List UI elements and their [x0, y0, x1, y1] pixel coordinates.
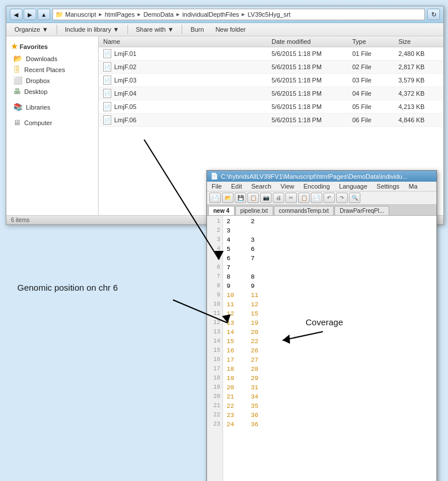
np-data-row: 99	[227, 281, 433, 291]
np-tab-2[interactable]: commandsTemp.txt	[274, 206, 334, 215]
coverage-label: Coverage	[306, 317, 343, 327]
address-bar[interactable]: 📁 Manuscript ► htmlPages ► DemoData ► in…	[52, 9, 425, 20]
title-bar: ◀ ▶ ▲ 📁 Manuscript ► htmlPages ► DemoDat…	[6, 6, 443, 23]
np-find-btn[interactable]: 🔍	[349, 193, 360, 203]
np-redo-btn[interactable]: ↷	[336, 193, 348, 203]
np-data-row: 3	[227, 226, 433, 235]
sidebar-item-computer[interactable]: 🖥 Computer	[9, 117, 96, 128]
np-data-row: 67	[227, 254, 433, 263]
back-button[interactable]: ◀	[10, 9, 22, 20]
column-date[interactable]: Date modified	[272, 38, 352, 45]
np-menu-item-search[interactable]: Search	[247, 182, 276, 191]
include-library-button[interactable]: Include in library ▼	[61, 25, 124, 34]
new-folder-button[interactable]: New folder	[211, 25, 251, 34]
sidebar-item-recent-places[interactable]: 🗄 Recent Places	[9, 64, 96, 75]
np-save-btn[interactable]: 💾	[235, 193, 246, 203]
np-new-btn[interactable]: 📄	[209, 193, 221, 203]
np-print-btn[interactable]: 🖨	[273, 193, 284, 203]
file-type: 05 File	[352, 103, 398, 110]
organize-button[interactable]: Organize ▼	[10, 25, 53, 34]
toolbar-separator-2	[127, 25, 128, 34]
np-text-area[interactable]: 2234356677889910111112121513191420152216…	[223, 216, 436, 481]
coverage-value: 20	[251, 328, 268, 337]
np-tab-1[interactable]: pipeline.txt	[235, 206, 273, 215]
position-value: 6	[227, 254, 244, 263]
np-data-row: 2134	[227, 392, 433, 401]
coverage-value: 35	[251, 401, 268, 411]
np-data-row: 1522	[227, 337, 433, 346]
file-row[interactable]: 📄 LmjF.01 5/6/2015 1:18 PM 01 File 2,480…	[99, 47, 443, 61]
np-menu-item-ma[interactable]: Ma	[404, 182, 422, 191]
share-with-button[interactable]: Share with ▼	[131, 25, 179, 34]
sidebar-item-downloads[interactable]: 📂 Downloads	[9, 53, 96, 64]
sidebar-item-libraries[interactable]: 📚 Libraries	[9, 102, 96, 112]
position-value: 17	[227, 355, 244, 364]
np-toolbar: 📄 📂 💾 📋 📷 🖨 ✂ 📋 📄 ↶ ↷ 🔍	[207, 191, 436, 205]
file-name-cell: 📄 LmjF.04	[103, 89, 272, 98]
np-cut-btn[interactable]: ✂	[285, 193, 297, 203]
position-value: 21	[227, 392, 244, 401]
position-value: 12	[227, 309, 244, 318]
file-type: 06 File	[352, 117, 398, 123]
coverage-value: 7	[251, 254, 268, 263]
position-value: 8	[227, 272, 244, 281]
file-date: 5/6/2015 1:18 PM	[272, 50, 352, 57]
np-data-row: 1420	[227, 328, 433, 337]
up-button[interactable]: ▲	[37, 9, 50, 20]
np-tab-3[interactable]: DrawParFreqPl...	[334, 206, 389, 215]
np-paste-btn[interactable]: 📄	[311, 193, 322, 203]
file-icon: 📄	[103, 89, 111, 98]
coverage-value: 11	[251, 291, 268, 300]
np-tab-0[interactable]: new 4	[208, 206, 235, 215]
column-name[interactable]: Name	[103, 38, 272, 45]
file-name: LmjF.01	[114, 50, 137, 57]
file-name: LmjF.06	[114, 117, 137, 123]
address-part-1: Manuscript	[65, 11, 96, 18]
file-name-cell: 📄 LmjF.06	[103, 115, 272, 125]
file-name: LmjF.04	[114, 90, 137, 97]
np-line-numbers: 1234567891011121314151617181920212223	[207, 216, 223, 481]
burn-button[interactable]: Burn	[186, 25, 208, 34]
file-row[interactable]: 📄 LmjF.05 5/6/2015 1:18 PM 05 File 4,213…	[99, 100, 443, 114]
np-menu-item-edit[interactable]: Edit	[227, 182, 247, 191]
np-copy-btn[interactable]: 📋	[298, 193, 310, 203]
np-title-text: C:\hybridsAllLV39FV1\Manuscript\htmlPage…	[221, 173, 408, 180]
sidebar-item-dropbox[interactable]: ⬜ Dropbox	[9, 75, 96, 86]
position-value: 18	[227, 364, 244, 374]
file-name-cell: 📄 LmjF.05	[103, 102, 272, 111]
np-menubar: FileEditSearchViewEncodingLanguageSettin…	[207, 182, 436, 191]
np-btn-4[interactable]: 📋	[247, 193, 259, 203]
position-value: 2	[227, 217, 244, 226]
np-data-row: 1112	[227, 300, 433, 309]
genomic-position-label: Genomic position on chr 6	[17, 283, 118, 292]
file-row[interactable]: 📄 LmjF.03 5/6/2015 1:18 PM 03 File 3,579…	[99, 74, 443, 87]
coverage-value: 36	[251, 420, 268, 429]
file-date: 5/6/2015 1:18 PM	[272, 77, 352, 84]
coverage-value	[251, 226, 268, 235]
column-type[interactable]: Type	[352, 38, 398, 45]
forward-button[interactable]: ▶	[24, 9, 36, 20]
np-data-row: 1828	[227, 364, 433, 374]
np-menu-item-file[interactable]: File	[207, 182, 227, 191]
file-row[interactable]: 📄 LmjF.06 5/6/2015 1:18 PM 06 File 4,846…	[99, 114, 443, 127]
file-row[interactable]: 📄 LmjF.02 5/6/2015 1:18 PM 02 File 2,817…	[99, 61, 443, 74]
coverage-value: 29	[251, 374, 268, 383]
np-menu-item-settings[interactable]: Settings	[372, 182, 404, 191]
sidebar-item-desktop[interactable]: 🖶 Desktop	[9, 86, 96, 97]
np-btn-5[interactable]: 📷	[260, 193, 272, 203]
np-data-row: 2336	[227, 411, 433, 420]
np-data-row: 43	[227, 235, 433, 245]
explorer-toolbar: Organize ▼ Include in library ▼ Share wi…	[6, 23, 443, 36]
column-size[interactable]: Size	[398, 38, 439, 45]
np-undo-btn[interactable]: ↶	[323, 193, 335, 203]
file-row[interactable]: 📄 LmjF.04 5/6/2015 1:18 PM 04 File 4,372…	[99, 87, 443, 100]
computer-section: 🖥 Computer	[9, 117, 96, 128]
file-name-cell: 📄 LmjF.02	[103, 62, 272, 72]
coverage-value: 12	[251, 300, 268, 309]
address-part-3: DemoData	[144, 11, 174, 18]
np-menu-item-encoding[interactable]: Encoding	[299, 182, 334, 191]
np-menu-item-view[interactable]: View	[276, 182, 299, 191]
refresh-button[interactable]: ↻	[427, 9, 440, 20]
np-open-btn[interactable]: 📂	[222, 193, 234, 203]
np-menu-item-language[interactable]: Language	[334, 182, 372, 191]
